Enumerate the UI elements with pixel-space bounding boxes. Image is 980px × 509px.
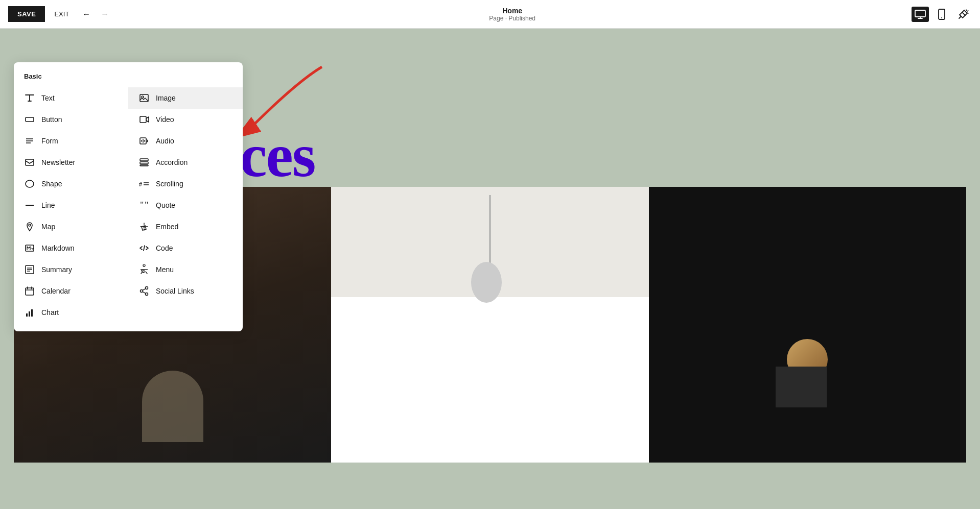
- panel-item-image-label: Image: [156, 94, 176, 102]
- save-button[interactable]: SAVE: [8, 6, 45, 22]
- panel-item-menu-label: Menu: [156, 265, 174, 274]
- svg-point-37: [146, 287, 148, 289]
- canvas: vices Basic: [0, 29, 980, 509]
- menu-icon: [138, 264, 150, 275]
- toolbar-icons: [912, 6, 972, 23]
- panel-section-title: Basic: [14, 72, 243, 87]
- panel-right-column: Image Video Audio: [128, 87, 243, 323]
- svg-point-35: [143, 226, 145, 228]
- page-info: Home Page · Published: [117, 7, 907, 22]
- svg-rect-29: [140, 165, 148, 166]
- newsletter-icon: [24, 157, 35, 168]
- exit-button[interactable]: EXIT: [49, 6, 74, 22]
- audio-icon: [138, 135, 150, 147]
- desktop-icon: [915, 10, 926, 19]
- panel-item-button-label: Button: [41, 115, 62, 124]
- panel-item-social-links[interactable]: Social Links: [128, 280, 243, 302]
- panel-item-map-label: Map: [41, 223, 55, 231]
- panel-item-shape-label: Shape: [41, 180, 62, 188]
- redo-button[interactable]: →: [97, 7, 113, 22]
- panel-item-scrolling-label: Scrolling: [156, 180, 183, 188]
- panel-item-newsletter-label: Newsletter: [41, 158, 75, 166]
- undo-button[interactable]: ←: [78, 7, 95, 22]
- panel-item-code[interactable]: Code: [128, 237, 243, 259]
- embed-icon: [138, 221, 150, 232]
- magic-wand-button[interactable]: [954, 6, 972, 23]
- svg-text:#: #: [139, 181, 142, 188]
- scrolling-icon: #: [138, 178, 150, 189]
- panel-item-code-label: Code: [156, 244, 173, 252]
- panel-item-newsletter[interactable]: Newsletter: [14, 152, 128, 173]
- panel-item-social-links-label: Social Links: [156, 287, 194, 295]
- panel-item-button[interactable]: Button: [14, 109, 128, 130]
- panel-item-quote[interactable]: "" Quote: [128, 195, 243, 216]
- panel-item-line-label: Line: [41, 201, 55, 209]
- panel-item-embed-label: Embed: [156, 223, 178, 231]
- mobile-icon: [938, 9, 945, 20]
- panel-item-accordion-label: Accordion: [156, 158, 188, 166]
- panel-item-summary[interactable]: Summary: [14, 259, 128, 280]
- panel-item-form[interactable]: Form: [14, 130, 128, 152]
- svg-point-10: [29, 224, 31, 226]
- panel-item-video[interactable]: Video: [128, 109, 243, 130]
- svg-rect-21: [29, 311, 30, 317]
- panel-item-quote-label: Quote: [156, 201, 175, 209]
- panel-item-chart[interactable]: Chart: [14, 302, 128, 323]
- form-icon: [24, 135, 35, 147]
- panel-item-embed[interactable]: Embed: [128, 216, 243, 237]
- svg-text:": ": [145, 200, 148, 210]
- canvas-image-3: [649, 187, 966, 463]
- panel-left-column: Text Button Form: [14, 87, 128, 323]
- calendar-icon: [24, 285, 35, 297]
- svg-rect-22: [31, 309, 33, 317]
- panel-grid: Text Button Form: [14, 87, 243, 323]
- button-icon: [24, 114, 35, 125]
- svg-rect-27: [140, 159, 148, 161]
- line-icon: [24, 200, 35, 211]
- panel-item-scrolling[interactable]: # Scrolling: [128, 173, 243, 195]
- panel-item-calendar[interactable]: Calendar: [14, 280, 128, 302]
- map-icon: [24, 221, 35, 232]
- magic-wand-icon: [958, 9, 969, 20]
- image-icon: [138, 92, 150, 104]
- panel-item-audio[interactable]: Audio: [128, 130, 243, 152]
- panel-item-shape[interactable]: Shape: [14, 173, 128, 195]
- panel-item-calendar-label: Calendar: [41, 287, 71, 295]
- panel-item-markdown[interactable]: Markdown: [14, 237, 128, 259]
- canvas-image-2: [331, 187, 648, 463]
- panel-item-text-label: Text: [41, 94, 55, 102]
- panel-item-video-label: Video: [156, 115, 174, 124]
- panel-item-line[interactable]: Line: [14, 195, 128, 216]
- svg-text:": ": [140, 200, 144, 210]
- page-status: Page · Published: [117, 15, 907, 22]
- panel-item-accordion[interactable]: Accordion: [128, 152, 243, 173]
- panel-item-audio-label: Audio: [156, 137, 174, 145]
- summary-icon: [24, 264, 35, 275]
- panel-item-chart-label: Chart: [41, 308, 59, 317]
- social-links-icon: [138, 285, 150, 297]
- markdown-icon: [24, 243, 35, 254]
- shape-icon: [24, 178, 35, 189]
- svg-rect-8: [26, 159, 34, 165]
- svg-point-2: [941, 17, 942, 18]
- quote-icon: "": [138, 200, 150, 211]
- panel-item-menu[interactable]: Menu: [128, 259, 243, 280]
- panel-item-form-label: Form: [41, 137, 58, 145]
- svg-rect-23: [140, 94, 148, 102]
- video-icon: [138, 114, 150, 125]
- panel-item-markdown-label: Markdown: [41, 244, 75, 252]
- svg-rect-0: [915, 10, 925, 17]
- svg-point-24: [142, 96, 144, 98]
- svg-rect-28: [140, 162, 148, 164]
- panel-item-text[interactable]: Text: [14, 87, 128, 109]
- panel-item-map[interactable]: Map: [14, 216, 128, 237]
- block-picker-panel: Basic Text Button: [14, 62, 243, 331]
- panel-item-summary-label: Summary: [41, 265, 72, 274]
- toolbar: SAVE EXIT ← → Home Page · Published: [0, 0, 980, 29]
- svg-point-39: [146, 293, 148, 296]
- svg-rect-16: [26, 288, 34, 295]
- desktop-view-button[interactable]: [912, 7, 929, 22]
- svg-rect-25: [140, 116, 146, 123]
- mobile-view-button[interactable]: [935, 6, 948, 23]
- panel-item-image[interactable]: Image: [128, 87, 243, 109]
